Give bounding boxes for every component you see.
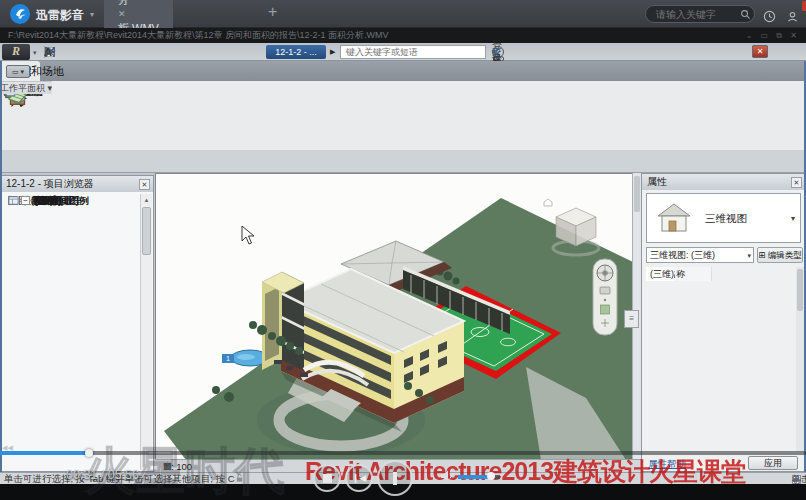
player-search-box[interactable] [645,5,755,23]
window-edge [0,61,2,472]
scroll-thumb[interactable] [797,269,803,311]
scroll-up-icon[interactable]: ▲ [142,195,151,205]
volume-knob[interactable] [487,472,495,480]
pause-button[interactable] [377,460,413,496]
project-browser-scrollbar[interactable]: ▲ [140,194,152,470]
type-selector-caret-icon[interactable]: ▾ [791,214,795,223]
progress-knob[interactable] [85,449,93,457]
infocenter-search-box[interactable] [340,45,486,59]
project-browser-title[interactable]: 12-1-2 - 项目浏览器 [2,176,153,192]
tree-item-室内会议室[interactable]: 室内会议室 [2,194,84,207]
help-caret-icon[interactable]: ▾ [492,48,496,56]
qat-more-icon[interactable]: » [44,45,50,59]
revit-close-button[interactable]: ✕ [752,45,768,58]
video-filepath-bar: F:\Revit2014大量新教程\Revit2014大量新教程\第12章 房间… [0,28,806,43]
video-time: 00:31 / 05:56 [66,468,139,482]
type-selector-label: 三维视图 [705,212,747,226]
svg-text:1: 1 [226,355,230,362]
mouse-cursor [242,226,254,244]
ribbon-tab-bar: 建筑结构插入注释分析体量和场地协作视图管理修改▭ ▾ [0,61,806,81]
ribbon: 修改选择墙▾门窗构件▾柱▾屋顶▾天花板楼板▾幕墙 系统幕墙 网格竖梃构建栏杆扶手… [0,81,806,150]
player-logo-icon[interactable] [10,4,30,24]
edit-type-label: 编辑类型 [768,250,802,260]
properties-close-icon[interactable]: ✕ [791,177,802,188]
house-icon [653,199,695,237]
app-menu-caret-icon[interactable]: ▾ [33,49,37,57]
title-expand-icon[interactable]: ▶ [330,48,335,56]
type-selector[interactable]: 三维视图 ▾ [646,193,801,243]
3d-view-scene: 1 [156,174,632,459]
project-browser-tree: −视图 (全部)−楼层平面F1F1-房间图例F2F2-房间图例F3F4F5场地室… [2,194,141,470]
scroll-grip[interactable]: ≡ [624,310,639,328]
player-app-title[interactable]: 迅雷影音 [36,7,84,24]
properties-title[interactable]: 属性 [642,174,805,190]
previous-button[interactable]: ❙◀ [345,464,373,492]
type-combo-value: 三维视图: (三维) [650,250,715,260]
scroll-thumb[interactable] [142,207,151,255]
pause-icon [393,472,397,485]
previous-icon: ❙◀ [347,466,371,490]
rewind-indicator-icon: ◀◀ [2,444,13,452]
scroll-thumb[interactable] [634,176,640,212]
volume-fill [458,475,490,479]
player-tab-1[interactable]: 片库 [104,0,143,28]
player-titlebar: 迅雷影音 ▾ 分析.WMV✕片库 + ─ ❐ ✕ [0,0,806,28]
properties-scrollbar[interactable] [796,267,804,452]
revit-app-button[interactable]: R [2,44,30,60]
player-search-input[interactable] [654,7,734,21]
new-tab-button[interactable]: + [268,3,277,21]
recorded-window-glyphs: ⌄ ▭ ⧉ ✕ [746,28,800,43]
properties-palette: 属性 ✕ 三维视图 ▾ 三维视图: (三维) ▾ ⊞ 编辑类型 图形⌃视图比例1… [641,173,806,472]
drawing-area[interactable]: 1 [155,173,632,459]
progress-fill [0,451,89,455]
video-filepath: F:\Revit2014大量新教程\Revit2014大量新教程\第12章 房间… [8,30,389,40]
combo-caret-icon[interactable]: ▾ [747,249,751,263]
close-button[interactable]: ✕ [802,1,806,11]
tree-item-label: 室内会议室 [34,194,84,208]
selection-count-icon: ⁘ [792,474,800,485]
apply-button[interactable]: 应用 [748,456,798,470]
video-progress-bar[interactable] [0,451,806,455]
edit-type-button[interactable]: ⊞ 编辑类型 [757,247,803,263]
revit-titlebar: R ▾ ↶▾ ↷▾ A » 12-1-2 - ... ▶ ☆ 登录 ▾ [0,43,806,61]
revit-document-title: 12-1-2 - ... [266,45,326,59]
stop-icon [323,474,332,483]
type-combo[interactable]: 三维视图: (三维) ▾ [646,247,754,263]
screen: 迅雷影音 ▾ 分析.WMV✕片库 + ─ ❐ ✕ F:\Revit2014大量新… [0,0,806,500]
navigation-bar [593,259,617,335]
project-browser-close-icon[interactable]: ✕ [139,179,150,190]
ribbon-state-toggle[interactable]: ▭ ▾ [6,65,30,78]
player-menu-caret-icon[interactable]: ▾ [90,10,94,19]
project-browser: 12-1-2 - 项目浏览器 ✕ −视图 (全部)−楼层平面F1F1-房间图例F… [1,175,154,472]
infocenter-search-input[interactable] [344,46,480,58]
ribbon-panel-label: 工作平面 [0,81,36,94]
options-bar [0,150,806,173]
stop-button[interactable] [313,464,341,492]
property-value[interactable]: (三维) [646,267,674,281]
